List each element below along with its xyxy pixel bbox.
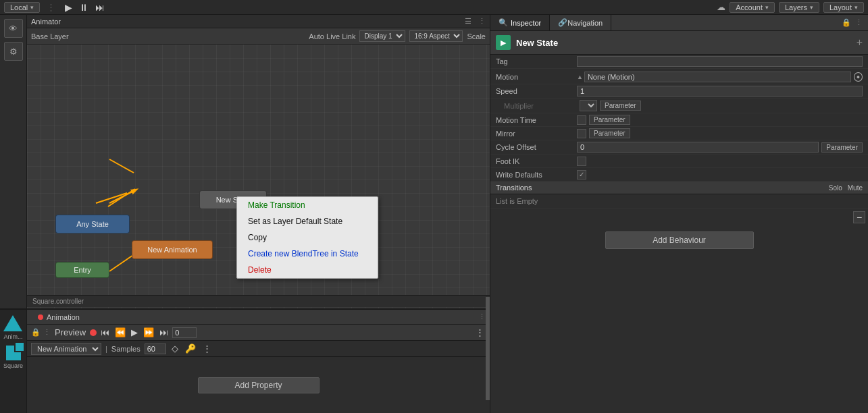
anim-extra-btn[interactable]: ⋮: [201, 343, 213, 354]
state-title: New State: [516, 38, 558, 48]
transitions-section-header[interactable]: Transitions Solo Mute: [490, 182, 868, 194]
play-button[interactable]: ▶: [62, 2, 75, 13]
samples-input[interactable]: [145, 343, 166, 354]
foot-ik-checkbox[interactable]: [577, 157, 586, 166]
layers-button[interactable]: Layers ▾: [779, 2, 819, 13]
samples-label: Samples: [111, 345, 141, 353]
more-icon[interactable]: ⋮: [855, 18, 863, 27]
anim-triangle-icon: [3, 315, 22, 331]
nav-icon: 🔗: [558, 18, 567, 27]
asset-item-anim[interactable]: Anim...: [3, 315, 22, 340]
entry-node[interactable]: Entry: [55, 262, 109, 278]
anim-prev-btn[interactable]: ⏪: [113, 327, 127, 337]
layout-button[interactable]: Layout ▾: [823, 2, 864, 13]
tag-row: Tag: [490, 55, 868, 69]
anim-lock-icon[interactable]: 🔒: [31, 328, 41, 337]
anim-menu-icon[interactable]: ⋮: [478, 312, 486, 321]
mirror-param-btn[interactable]: Parameter: [589, 128, 630, 138]
lock-icon[interactable]: 🔒: [842, 18, 851, 27]
inspector-tab[interactable]: 🔍 Inspector: [490, 15, 550, 30]
motion-time-checkbox[interactable]: [577, 115, 586, 125]
minus-button[interactable]: −: [853, 211, 865, 223]
frame-input[interactable]: [172, 327, 197, 338]
local-button[interactable]: Local ▾: [4, 2, 40, 13]
anim-row2-sep: |: [105, 345, 107, 353]
anim-first-btn[interactable]: ⏮: [99, 327, 111, 337]
toolbar-icon-gear[interactable]: ⚙: [4, 42, 23, 61]
step-button[interactable]: ⏭: [93, 2, 107, 13]
record-dot: [90, 329, 97, 336]
play-controls: ▶ ⏸ ⏭: [62, 2, 107, 13]
square-asset-label: Square: [3, 362, 23, 369]
clip-select[interactable]: New Animation: [31, 343, 101, 355]
motion-time-label: Motion Time: [496, 116, 577, 124]
minus-container: −: [490, 209, 868, 226]
foot-ik-row: Foot IK: [490, 155, 868, 168]
animator-menu-icon[interactable]: ☰: [465, 17, 471, 26]
speed-label: Speed: [496, 87, 577, 95]
foot-ik-label: Foot IK: [496, 157, 577, 165]
new-animation-node[interactable]: New Animation: [132, 240, 213, 259]
motion-time-param-btn[interactable]: Parameter: [589, 115, 630, 125]
animation-header: Animation ⋮: [27, 310, 490, 325]
inspector-fields: Motion ▲ ● Speed Multiplier: [490, 69, 868, 413]
any-state-node[interactable]: Any State: [55, 215, 130, 233]
animation-panel: Animation ⋮ 🔒 ⋮ Preview ⏮ ⏪ ▶ ⏩ ⏭ ⋮ New …: [27, 308, 490, 413]
motion-time-row: Motion Time Parameter: [490, 113, 868, 127]
aspect-select[interactable]: 16:9 Aspect: [409, 30, 463, 42]
add-behaviour-button[interactable]: Add Behaviour: [605, 231, 754, 249]
context-copy[interactable]: Copy: [237, 229, 378, 246]
account-button[interactable]: Account ▾: [730, 2, 775, 13]
motion-arrow: ▲: [577, 74, 583, 80]
state-add-icon[interactable]: +: [857, 36, 863, 49]
anim-last-btn[interactable]: ⏭: [158, 327, 170, 337]
display-select[interactable]: Display 1: [359, 30, 405, 42]
asset-item-square[interactable]: Square: [3, 346, 23, 369]
anim-toolbar-sep1: ⋮: [43, 328, 51, 337]
multiplier-param-btn[interactable]: Parameter: [600, 101, 641, 111]
animation-content: Add Property: [27, 357, 490, 413]
mute-label[interactable]: Mute: [848, 184, 863, 192]
inspector-tab-icon: 🔍: [499, 18, 508, 27]
animator-dots[interactable]: ⋮: [478, 17, 486, 26]
controller-footer: Square.controller: [27, 295, 490, 307]
new-animation-label: New Animation: [147, 246, 197, 254]
speed-input[interactable]: [577, 86, 863, 97]
anim-settings-btn[interactable]: ⋮: [474, 327, 486, 337]
cycle-offset-value: Parameter: [577, 142, 863, 153]
anim-preview-label: Preview: [53, 327, 87, 337]
toolbar-icon-eye[interactable]: 👁: [4, 19, 23, 38]
solo-label[interactable]: Solo: [829, 184, 842, 192]
write-defaults-checkbox[interactable]: ✓: [577, 170, 586, 180]
navigation-tab[interactable]: 🔗 Navigation: [550, 15, 611, 30]
anim-key-btn[interactable]: 🔑: [184, 343, 197, 354]
context-delete[interactable]: Delete: [237, 262, 378, 278]
mirror-checkbox[interactable]: [577, 129, 586, 138]
cycle-offset-param-btn[interactable]: Parameter: [821, 142, 863, 153]
multiplier-dropdown[interactable]: [580, 100, 597, 111]
speed-value: [577, 86, 863, 97]
context-set-default[interactable]: Set as Layer Default State: [237, 213, 378, 229]
cloud-icon: ☁: [717, 2, 725, 12]
cycle-offset-label: Cycle Offset: [496, 143, 577, 151]
scroll-track[interactable]: [486, 297, 490, 400]
pause-button[interactable]: ⏸: [76, 2, 91, 13]
context-blend-tree[interactable]: Create new BlendTree in State: [237, 246, 378, 262]
add-property-button[interactable]: Add Property: [198, 377, 320, 393]
anim-play-btn[interactable]: ▶: [130, 327, 139, 337]
tag-input[interactable]: [577, 56, 863, 67]
anim-next-btn[interactable]: ⏩: [142, 327, 155, 337]
motion-input[interactable]: [584, 72, 851, 82]
motion-label: Motion: [496, 73, 577, 81]
motion-value: ▲ ●: [577, 72, 863, 82]
anim-diamond-btn[interactable]: ◇: [170, 343, 180, 354]
cycle-offset-input[interactable]: [577, 142, 819, 153]
any-state-label: Any State: [76, 220, 109, 228]
animation-tab[interactable]: Animation: [31, 310, 86, 324]
motion-circle-btn[interactable]: ●: [854, 72, 863, 82]
cycle-offset-row: Cycle Offset Parameter: [490, 140, 868, 155]
controller-label: Square.controller: [32, 298, 84, 305]
account-chevron: ▾: [765, 4, 769, 11]
context-make-transition[interactable]: Make Transition: [237, 197, 378, 213]
speed-row: Speed: [490, 84, 868, 99]
